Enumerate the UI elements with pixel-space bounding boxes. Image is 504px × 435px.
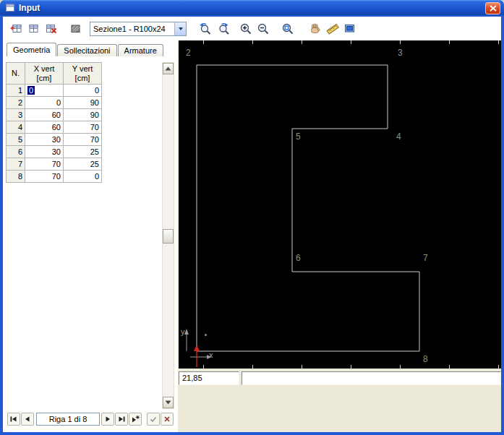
y-cell[interactable]: 0 xyxy=(64,85,102,97)
coordinate-readout: 21,85 xyxy=(179,371,239,385)
y-cell[interactable]: 90 xyxy=(64,97,102,109)
x-cell-editing[interactable]: 0 xyxy=(25,85,64,97)
next-record-icon xyxy=(103,415,112,423)
insert-record-icon xyxy=(131,415,140,423)
vertex-label: 6 xyxy=(296,253,301,263)
scroll-down-icon[interactable] xyxy=(163,397,174,408)
table-row: 5 30 70 xyxy=(7,134,102,146)
table-grid-button[interactable] xyxy=(25,20,42,38)
input-window: Input xyxy=(0,0,504,435)
window-icon xyxy=(5,3,15,13)
previous-record-icon xyxy=(23,415,32,423)
next-record-button[interactable] xyxy=(101,413,114,426)
measure-ruler-icon xyxy=(326,22,339,35)
origin-axis-icon xyxy=(179,322,222,369)
scrollbar-thumb[interactable] xyxy=(163,229,174,244)
cancel-x-icon xyxy=(163,415,171,423)
hatch-pattern-icon xyxy=(69,22,82,35)
y-cell[interactable]: 0 xyxy=(64,171,102,183)
ruler-tick xyxy=(449,365,450,369)
chevron-down-icon xyxy=(174,22,186,35)
close-button[interactable] xyxy=(485,2,500,14)
cancel-edit-button[interactable] xyxy=(161,413,174,426)
ruler-tick xyxy=(449,40,450,44)
x-axis-label: x xyxy=(209,350,213,359)
zoom-out-button[interactable] xyxy=(255,20,272,38)
panel-scrollbar[interactable] xyxy=(162,62,174,409)
first-record-button[interactable] xyxy=(7,413,20,426)
zoom-next-button[interactable] xyxy=(214,20,231,38)
ruler-tick xyxy=(203,365,204,369)
scroll-up-icon[interactable] xyxy=(163,63,174,74)
table-row: 4 60 70 xyxy=(7,121,102,134)
section-select-value: Sezione1 - R100x24 xyxy=(90,25,174,33)
vertex-label: 3 xyxy=(398,48,403,58)
y-cell[interactable]: 70 xyxy=(64,134,102,146)
y-cell[interactable]: 70 xyxy=(64,121,102,134)
zoom-out-icon xyxy=(257,22,270,35)
vertex-label: 7 xyxy=(423,253,428,263)
hatch-button[interactable] xyxy=(67,20,84,38)
title-bar[interactable]: Input xyxy=(0,0,504,17)
table-row: 7 70 25 xyxy=(7,158,102,171)
ruler-tick xyxy=(252,40,253,44)
x-cell[interactable]: 60 xyxy=(25,109,64,121)
table-grid-icon xyxy=(27,22,40,35)
x-cell[interactable]: 60 xyxy=(25,121,64,134)
previous-record-button[interactable] xyxy=(21,413,34,426)
table-delete-button[interactable] xyxy=(42,20,59,38)
ruler-tick xyxy=(351,365,351,369)
row-number-cell: 7 xyxy=(7,158,25,171)
ruler-tick xyxy=(302,365,302,369)
vertex-label: 4 xyxy=(396,132,401,142)
toolbar: Sezione1 - R100x24 xyxy=(3,17,501,40)
table-delete-icon xyxy=(45,22,57,35)
section-select[interactable]: Sezione1 - R100x24 xyxy=(90,22,187,36)
row-number-cell: 2 xyxy=(7,97,25,109)
close-icon xyxy=(490,5,497,12)
insert-record-button[interactable] xyxy=(129,413,142,426)
tab-strip: Geometria Sollecitazioni Armature xyxy=(7,43,164,56)
tab-armature[interactable]: Armature xyxy=(118,44,163,56)
ruler-tick xyxy=(302,40,302,44)
zoom-extents-button[interactable] xyxy=(279,20,296,38)
x-cell[interactable]: 30 xyxy=(25,134,64,146)
geometry-panel: Geometria Sollecitazioni Armature N. X v… xyxy=(3,40,178,432)
y-cell[interactable]: 25 xyxy=(64,158,102,171)
vertex-label: 5 xyxy=(296,132,301,142)
table-row: 2 0 90 xyxy=(7,97,102,109)
post-edit-button[interactable] xyxy=(147,413,160,426)
measure-button[interactable] xyxy=(324,20,341,38)
y-cell[interactable]: 90 xyxy=(64,109,102,121)
table-insert-button[interactable] xyxy=(7,20,25,38)
vertex-table: N. X vert [cm] Y vert [cm] 1 0 0 xyxy=(6,62,102,183)
section-outline xyxy=(197,65,419,351)
drawing-canvas[interactable]: y x 2345678 xyxy=(179,40,501,369)
ruler-tick xyxy=(351,40,351,44)
x-cell[interactable]: 70 xyxy=(25,158,64,171)
section-outline-svg xyxy=(179,40,501,369)
record-position: Riga 1 di 8 xyxy=(36,413,100,426)
message-readout xyxy=(242,371,501,385)
fit-view-icon xyxy=(343,22,356,35)
last-record-button[interactable] xyxy=(115,413,128,426)
pan-hand-icon xyxy=(309,22,322,35)
tab-geometria[interactable]: Geometria xyxy=(7,43,56,56)
header-x: X vert [cm] xyxy=(25,63,64,85)
table-insert-icon xyxy=(10,22,22,35)
ruler-tick xyxy=(498,365,499,369)
zoom-in-button[interactable] xyxy=(237,20,255,38)
vertex-label: 8 xyxy=(423,354,428,364)
x-cell[interactable]: 70 xyxy=(25,171,64,183)
fit-view-button[interactable] xyxy=(341,20,359,38)
x-cell[interactable]: 0 xyxy=(25,97,64,109)
reference-dot xyxy=(205,334,207,336)
y-cell[interactable]: 25 xyxy=(64,146,102,158)
pan-button[interactable] xyxy=(307,20,324,38)
tab-sollecitazioni[interactable]: Sollecitazioni xyxy=(57,44,116,56)
zoom-previous-button[interactable] xyxy=(197,20,214,38)
zoom-extents-icon xyxy=(281,22,294,35)
x-cell[interactable]: 30 xyxy=(25,146,64,158)
row-number-cell: 5 xyxy=(7,134,25,146)
last-record-icon xyxy=(117,415,126,423)
